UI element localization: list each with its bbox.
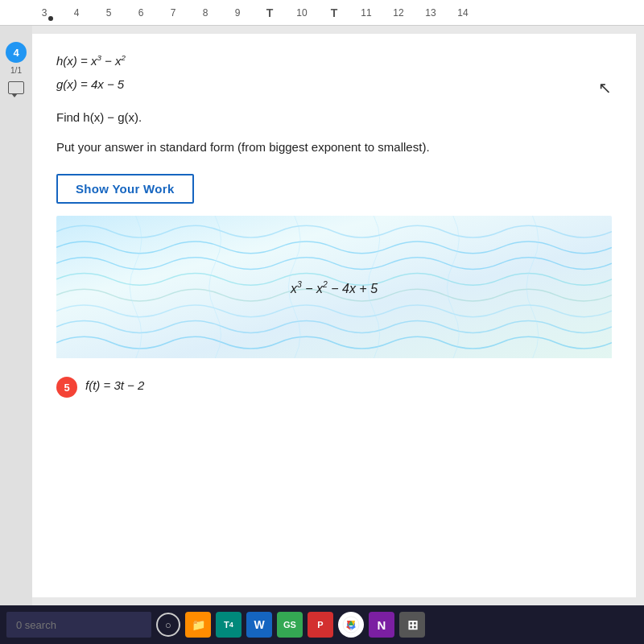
calc-app-icon[interactable]: ⊞ <box>399 612 425 638</box>
comment-icon[interactable] <box>8 81 24 94</box>
chrome-svg <box>341 615 361 634</box>
next-question-preview: 5 f(t) = 3t − 2 <box>56 377 612 398</box>
ruler-num-4: 4 <box>60 7 93 19</box>
find-label: Find h(x) − g(x). <box>56 106 612 128</box>
ruler-numbers: 3 4 5 6 7 8 9 T 10 T 11 12 13 14 <box>28 6 479 19</box>
g-function: g(x) = 4x − 5 <box>56 73 612 95</box>
question-badge: 4 <box>6 42 27 63</box>
ruler-num-13: 13 <box>415 7 447 19</box>
ppt-app-icon[interactable]: P <box>308 612 333 638</box>
ruler-num-3: 3 <box>28 7 60 19</box>
ruler-num-11: 11 <box>350 7 382 19</box>
ruler-num-T1: T <box>254 6 286 19</box>
next-question-badge: 5 <box>56 377 77 398</box>
answer-area: x3 − x2 − 4x + 5 <box>56 216 612 361</box>
ruler-num-T2: T <box>318 6 350 19</box>
t4-app-icon[interactable]: T4 <box>216 612 242 638</box>
sidebar: 4 1/1 <box>0 26 32 605</box>
next-question-func: f(t) = 3t − 2 <box>85 377 144 392</box>
cursor-arrow: ↖ <box>598 78 612 97</box>
ruler-num-6: 6 <box>125 7 157 19</box>
ruler-num-8: 8 <box>189 7 221 19</box>
standard-form-label: Put your answer in standard form (from b… <box>56 136 612 158</box>
edge-app-icon[interactable]: N <box>369 612 394 638</box>
ruler-num-7: 7 <box>157 7 189 19</box>
ruler: 3 4 5 6 7 8 9 T 10 T 11 12 13 14 <box>0 0 644 26</box>
show-work-button[interactable]: Show Your Work <box>56 174 194 204</box>
ruler-dot <box>48 16 53 21</box>
ruler-num-12: 12 <box>382 7 415 19</box>
ruler-num-14: 14 <box>447 7 479 19</box>
answer-expression: x3 − x2 − 4x + 5 <box>291 280 378 295</box>
ruler-num-10: 10 <box>286 7 318 19</box>
gs-app-icon[interactable]: GS <box>277 612 303 638</box>
main-area: 4 1/1 h(x) = x3 − x2 g(x) = 4x − 5 Find … <box>0 26 644 605</box>
search-circle-icon: ○ <box>165 619 171 631</box>
search-input[interactable] <box>6 612 151 638</box>
ruler-num-5: 5 <box>93 7 125 19</box>
doc-panel: h(x) = x3 − x2 g(x) = 4x − 5 Find h(x) −… <box>32 34 636 597</box>
word-app-icon[interactable]: W <box>246 612 272 638</box>
file-explorer-icon[interactable]: 📁 <box>185 612 211 638</box>
question-fraction: 1/1 <box>10 66 22 75</box>
chrome-app-icon[interactable] <box>338 612 364 638</box>
h-function: h(x) = x3 − x2 <box>56 50 612 72</box>
search-circle-button[interactable]: ○ <box>156 613 180 637</box>
problem-content: h(x) = x3 − x2 g(x) = 4x − 5 Find h(x) −… <box>56 50 612 158</box>
taskbar: ○ 📁 T4 W GS P N ⊞ <box>0 605 644 644</box>
ruler-num-9: 9 <box>221 7 254 19</box>
